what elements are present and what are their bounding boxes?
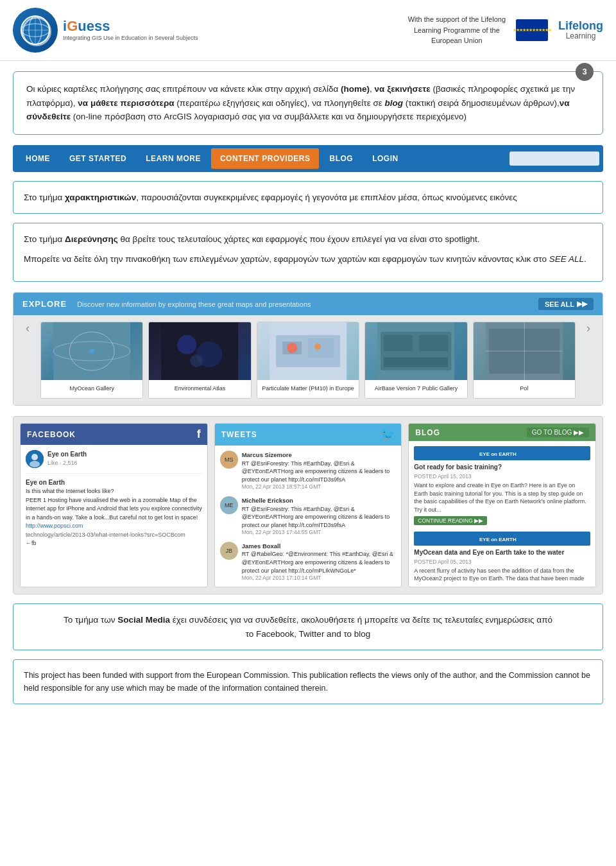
svg-point-1 bbox=[29, 16, 42, 44]
svg-point-12 bbox=[191, 354, 203, 367]
fb-avatar bbox=[26, 450, 44, 468]
blog-post-1-text: Want to explore and create in Eye on Ear… bbox=[414, 481, 590, 514]
next-arrow[interactable]: › bbox=[581, 322, 596, 335]
map-label-1: MyOcean Gallery bbox=[41, 380, 142, 398]
svg-point-8 bbox=[89, 349, 94, 354]
svg-point-30 bbox=[30, 461, 40, 467]
tweet-1: MS Marcus Sizemore RT @EsriForestry: Thi… bbox=[220, 451, 397, 491]
blog-post-1: EYE on EARTH Got ready for basic trainin… bbox=[414, 446, 590, 524]
fb-post-meta: Like · 2,516 bbox=[47, 459, 202, 467]
blog-body: EYE on EARTH Got ready for basic trainin… bbox=[409, 441, 595, 582]
explore-content: ‹ MyOcean Gallery Env bbox=[13, 315, 603, 405]
tweets-panel: TWEETS 🐦 MS Marcus Sizemore RT @EsriFore… bbox=[214, 423, 402, 587]
go-to-blog-button[interactable]: GO TO BLOG ▶▶ bbox=[527, 428, 589, 437]
blog-post-1-title: Got ready for basic training? bbox=[414, 463, 590, 471]
svg-text:EYE on EARTH: EYE on EARTH bbox=[479, 451, 517, 457]
map-thumb-2 bbox=[149, 322, 250, 380]
social-section: Το τμήμα των Social Media έχει συνδέσεις… bbox=[13, 603, 603, 650]
logo-text: iGuess Integrating GIS Use in Education … bbox=[63, 18, 198, 42]
nav-login[interactable]: LOGIN bbox=[363, 148, 407, 169]
blog-title: BLOG bbox=[415, 428, 440, 437]
nav-learn-more[interactable]: LEARN MORE bbox=[137, 148, 210, 169]
blog-header: BLOG GO TO BLOG ▶▶ bbox=[409, 424, 595, 441]
explore-text-2: Μπορείτε να δείτε όλη την πινακοθήκη των… bbox=[24, 252, 592, 267]
facebook-header: FACEBOOK f bbox=[21, 424, 207, 445]
brand-subtitle: Integrating GIS Use in Education in Seve… bbox=[63, 35, 198, 42]
map-card-1[interactable]: MyOcean Gallery bbox=[40, 322, 143, 399]
tweet-3: JB James Boxall RT @RabelGeo: *@Environm… bbox=[220, 542, 397, 582]
eu-flag-icon bbox=[516, 19, 548, 41]
nav-home[interactable]: HOME bbox=[17, 148, 59, 169]
twitter-icon: 🐦 bbox=[381, 428, 395, 442]
tweet-2: ME Michelle Erickson RT @EsriForestry: T… bbox=[220, 496, 397, 537]
tweets-body: MS Marcus Sizemore RT @EsriForestry: Thi… bbox=[215, 446, 402, 587]
svg-text:EYE on EARTH: EYE on EARTH bbox=[479, 537, 517, 542]
widgets-row: FACEBOOK f Eye on Earth Like · 2,516 E bbox=[13, 416, 603, 594]
map-card-5[interactable]: Pol bbox=[473, 322, 576, 399]
fb-post-content: Eye on Earth Like · 2,516 bbox=[47, 450, 202, 468]
fb-post-name: Eye on Earth bbox=[47, 450, 202, 459]
map-label-2: Environmental Atlas bbox=[149, 380, 250, 398]
explore-widget-title: EXPLORE bbox=[22, 299, 67, 309]
blog-post-2-text: A recent flurry of activity has seen the… bbox=[414, 567, 590, 583]
logo-icon bbox=[13, 8, 58, 53]
tweets-title: TWEETS bbox=[221, 430, 257, 439]
svg-rect-23 bbox=[384, 358, 448, 367]
explore-widget: EXPLORE Discover new information by expl… bbox=[13, 292, 603, 406]
svg-point-18 bbox=[314, 343, 321, 350]
blog-logo-2: EYE on EARTH bbox=[414, 532, 590, 546]
svg-rect-21 bbox=[384, 335, 413, 351]
tweet-avatar-3: JB bbox=[220, 542, 238, 560]
nav-content-providers[interactable]: CONTENT PROVIDERS bbox=[211, 148, 320, 169]
svg-point-2 bbox=[21, 24, 49, 37]
tweet-content-2: Michelle Erickson RT @EsriForestry: This… bbox=[242, 496, 397, 537]
tweet-avatar-1: MS bbox=[220, 451, 238, 469]
map-label-4: AirBase Version 7 Public Gallery bbox=[365, 380, 466, 398]
svg-point-17 bbox=[287, 343, 297, 353]
blog-post-1-date: POSTED April 15, 2013 bbox=[414, 473, 590, 480]
facebook-panel: FACEBOOK f Eye on Earth Like · 2,516 E bbox=[20, 423, 208, 587]
map-card-4[interactable]: AirBase Version 7 Public Gallery bbox=[364, 322, 467, 399]
tweets-header: TWEETS 🐦 bbox=[215, 424, 402, 446]
blog-post-2-date: POSTED April 05, 2013 bbox=[414, 559, 590, 565]
logo-area: iGuess Integrating GIS Use in Education … bbox=[13, 8, 198, 53]
blog-post-2: EYE on EARTH MyOcean data and Eye on Ear… bbox=[414, 532, 590, 583]
map-thumb-5 bbox=[474, 322, 575, 380]
facebook-icon: f bbox=[197, 428, 201, 441]
tweet-content-1: Marcus Sizemore RT @EsriForestry: This #… bbox=[242, 451, 397, 491]
tweet-avatar-2: ME bbox=[220, 496, 238, 514]
explore-text-1: Στο τμήμα Διερεύνησης θα βρείτε τους τελ… bbox=[24, 232, 592, 247]
map-thumb-4 bbox=[365, 322, 466, 380]
explore-widget-subtitle: Discover new information by exploring th… bbox=[77, 300, 528, 308]
page-header: iGuess Integrating GIS Use in Education … bbox=[0, 0, 616, 61]
nav-blog[interactable]: BLOG bbox=[320, 148, 362, 169]
explore-section-text: Στο τμήμα Διερεύνησης θα βρείτε τους τελ… bbox=[13, 223, 603, 282]
svg-point-10 bbox=[178, 335, 197, 354]
feature-text: Στο τμήμα χαρακτηριστικών, παρουσιάζοντα… bbox=[24, 191, 592, 205]
fb-post: Eye on Earth Like · 2,516 bbox=[26, 450, 202, 468]
svg-rect-22 bbox=[419, 335, 448, 351]
facebook-body: Eye on Earth Like · 2,516 Eye on Earth I… bbox=[21, 445, 207, 586]
blog-post-2-title: MyOcean data and Eye on Earth take to th… bbox=[414, 548, 590, 557]
explore-widget-header: EXPLORE Discover new information by expl… bbox=[13, 293, 603, 315]
navbar: HOME GET STARTED LEARN MORE CONTENT PROV… bbox=[13, 145, 603, 172]
blog-logo-1: EYE on EARTH bbox=[414, 446, 590, 460]
lifelong-brand: Lifelong bbox=[558, 20, 603, 31]
map-card-2[interactable]: Environmental Atlas bbox=[148, 322, 251, 399]
map-thumb-3 bbox=[257, 322, 359, 380]
continue-reading-button[interactable]: CONTINUE READING ▶▶ bbox=[414, 516, 487, 525]
map-label-3: Particulate Matter (PM10) in Europe bbox=[257, 380, 359, 398]
prev-arrow[interactable]: ‹ bbox=[20, 322, 35, 335]
svg-point-29 bbox=[31, 454, 38, 460]
lifelong-logo: Lifelong Learning bbox=[558, 20, 603, 40]
search-input[interactable] bbox=[509, 152, 599, 166]
facebook-title: FACEBOOK bbox=[27, 430, 76, 439]
map-label-5: Pol bbox=[474, 380, 575, 398]
nav-search-area bbox=[509, 152, 599, 166]
map-card-3[interactable]: Particulate Matter (PM10) in Europe bbox=[257, 322, 359, 399]
social-text: Το τμήμα των Social Media έχει συνδέσεις… bbox=[24, 613, 592, 641]
lifelong-text: With the support of the LifelongLearning… bbox=[408, 14, 506, 46]
see-all-button[interactable]: SEE ALL ▶▶ bbox=[538, 298, 594, 310]
nav-get-started[interactable]: GET STARTED bbox=[60, 148, 135, 169]
blog-panel: BLOG GO TO BLOG ▶▶ EYE on EARTH Got read… bbox=[408, 423, 596, 587]
